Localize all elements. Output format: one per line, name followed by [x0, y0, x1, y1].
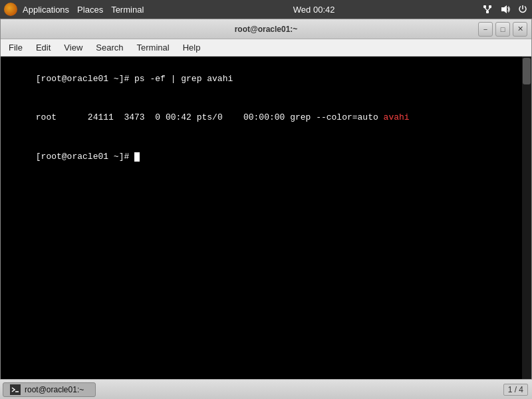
svg-rect-2 [486, 11, 489, 13]
volume-icon[interactable] [500, 4, 511, 15]
menu-edit[interactable]: Edit [31, 41, 56, 54]
menu-search[interactable]: Search [90, 41, 128, 54]
prompt-2: [root@oracle01 ~]# [36, 152, 134, 162]
system-bar-left: Applications Places Terminal [4, 3, 146, 16]
menu-view[interactable]: View [59, 41, 88, 54]
terminal-menu[interactable]: Terminal [108, 3, 146, 16]
taskbar-pager[interactable]: 1 / 4 [503, 384, 528, 396]
svg-marker-5 [501, 5, 507, 13]
menu-file[interactable]: File [3, 41, 28, 54]
terminal-content[interactable]: [root@oracle01 ~]# ps -ef | grep avahi r… [1, 57, 531, 398]
highlight-avahi: avahi [384, 112, 410, 122]
title-bar: root@oracle01:~ − □ ✕ [1, 19, 531, 39]
close-button[interactable]: ✕ [513, 22, 527, 37]
system-bar: Applications Places Terminal Wed 00:42 [0, 0, 532, 19]
svg-rect-0 [483, 5, 486, 8]
menu-help[interactable]: Help [178, 41, 206, 54]
cursor [134, 152, 140, 162]
network-icon[interactable] [481, 3, 493, 15]
scrollbar[interactable] [522, 57, 531, 398]
ps-output: root 24111 3473 0 00:42 pts/0 00:00:00 g… [36, 112, 410, 122]
os-logo [4, 3, 17, 16]
datetime-display: Wed 00:42 [293, 5, 335, 15]
taskbar-terminal-icon [10, 384, 21, 395]
svg-line-4 [487, 8, 490, 11]
taskbar-terminal-item[interactable]: root@oracle01:~ [3, 382, 96, 397]
window-title: root@oracle01:~ [235, 25, 298, 34]
system-bar-center: Wed 00:42 [293, 5, 335, 15]
places-menu[interactable]: Places [74, 3, 106, 16]
applications-menu[interactable]: Applications [20, 3, 72, 16]
terminal-line-1: [root@oracle01 ~]# ps -ef | grep avahi [5, 59, 527, 98]
system-bar-right [481, 3, 528, 15]
terminal-window: root@oracle01:~ − □ ✕ File Edit View Sea… [0, 19, 532, 399]
scrollbar-thumb[interactable] [523, 58, 531, 84]
svg-line-3 [485, 8, 487, 11]
command-1: ps -ef | grep avahi [134, 74, 233, 84]
power-icon[interactable] [517, 4, 528, 15]
prompt-1: [root@oracle01 ~]# [36, 74, 134, 84]
minimize-button[interactable]: − [478, 22, 493, 37]
taskbar-item-label: root@oracle01:~ [25, 385, 84, 394]
window-controls: − □ ✕ [478, 22, 527, 37]
taskbar: root@oracle01:~ 1 / 4 [0, 379, 532, 399]
maximize-button[interactable]: □ [495, 22, 510, 37]
terminal-line-3: [root@oracle01 ~]# [5, 137, 527, 176]
terminal-line-2: root 24111 3473 0 00:42 pts/0 00:00:00 g… [5, 98, 527, 138]
menu-bar: File Edit View Search Terminal Help [1, 39, 531, 57]
svg-rect-1 [489, 5, 491, 8]
menu-terminal[interactable]: Terminal [132, 41, 175, 54]
